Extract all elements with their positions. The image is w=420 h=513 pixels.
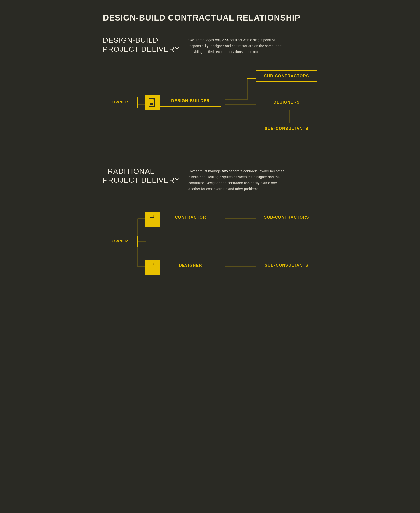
db-subconsultants-node: SUB-CONSULTANTS bbox=[256, 123, 317, 134]
trad-doc-icon-bottom bbox=[145, 260, 160, 275]
db-doc-icon bbox=[145, 95, 160, 110]
traditional-title: TRADITIONAL PROJECT DELIVERY bbox=[103, 167, 180, 185]
section-divider bbox=[103, 156, 317, 156]
design-build-section: DESIGN-BUILD PROJECT DELIVERY Owner mana… bbox=[103, 36, 317, 145]
document-svg bbox=[149, 98, 157, 107]
traditional-section: TRADITIONAL PROJECT DELIVERY Owner must … bbox=[103, 167, 317, 291]
trad-subconsultants-node: SUB-CONSULTANTS bbox=[256, 260, 317, 271]
db-subcontractors-node: SUB-CONTRACTORS bbox=[256, 70, 317, 82]
main-title: DESIGN-BUILD CONTRACTUAL RELATIONSHIP bbox=[103, 13, 317, 23]
db-designers-node: DESIGNERS bbox=[256, 97, 317, 108]
design-build-title: DESIGN-BUILD PROJECT DELIVERY bbox=[103, 36, 180, 54]
design-build-header: DESIGN-BUILD PROJECT DELIVERY Owner mana… bbox=[103, 36, 317, 55]
page-container: DESIGN-BUILD CONTRACTUAL RELATIONSHIP DE… bbox=[103, 0, 317, 314]
document-svg-top bbox=[149, 214, 157, 224]
traditional-description: Owner must manage two separate contracts… bbox=[188, 167, 285, 192]
traditional-diagram: OWNER CONTRACTOR SUB-CO bbox=[103, 198, 317, 290]
trad-owner-node: OWNER bbox=[103, 236, 138, 247]
traditional-header: TRADITIONAL PROJECT DELIVERY Owner must … bbox=[103, 167, 317, 192]
design-build-diagram: OWNER bbox=[103, 61, 317, 145]
trad-designer-node: DESIGNER bbox=[160, 260, 221, 271]
trad-subcontractors-node: SUB-CONTRACTORS bbox=[256, 212, 317, 223]
trad-doc-icon-top bbox=[145, 212, 160, 227]
design-build-description: Owner manages only one contract with a s… bbox=[188, 36, 285, 55]
document-svg-bottom bbox=[149, 262, 157, 272]
trad-contractor-node: CONTRACTOR bbox=[160, 212, 221, 223]
db-owner-node: OWNER bbox=[103, 97, 138, 108]
db-design-builder-node: DESIGN-BUILDER bbox=[160, 95, 221, 107]
